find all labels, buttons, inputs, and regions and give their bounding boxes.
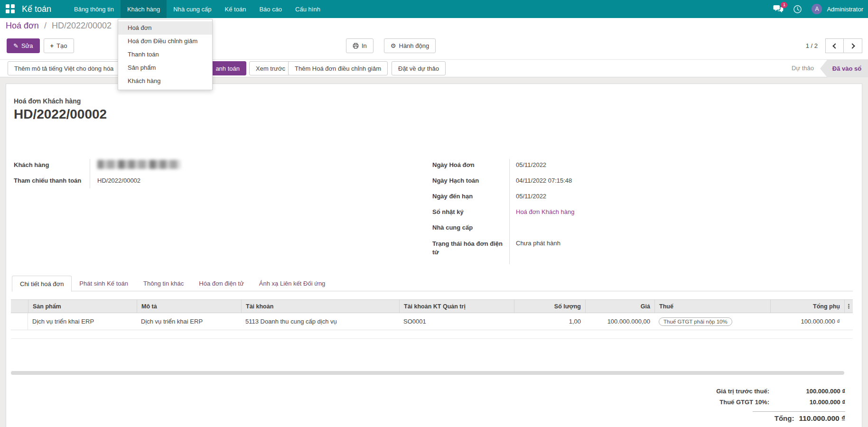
optional-columns-icon[interactable]: ⋮	[844, 300, 853, 313]
user-name[interactable]: Administrator	[827, 6, 863, 13]
nav-menu-vendors[interactable]: Nhà cung cấp	[167, 0, 218, 18]
notebook-tabs: Chi tiết hoá đơn Phát sinh Kế toán Thông…	[12, 276, 333, 291]
column-header-quantity[interactable]: Số lượng	[514, 300, 585, 313]
grand-total-label: Tổng:	[753, 414, 799, 422]
untaxed-amount-label: Giá trị trước thuế:	[684, 388, 774, 395]
column-header-product[interactable]: Sản phẩm	[28, 300, 137, 313]
preview-button[interactable]: Xem trước	[249, 61, 292, 75]
journal-value-link[interactable]: Hoá đơn Khách hàng	[516, 208, 574, 215]
pager-next-button[interactable]	[844, 38, 862, 53]
app-name[interactable]: Kế toán	[22, 4, 51, 14]
dropdown-item-credit-notes[interactable]: Hoá đơn Điều chỉnh giảm	[118, 35, 212, 48]
payment-reference-value[interactable]: HD/2022/00002	[97, 177, 140, 184]
odoo-accounting-window: Kế toán Bảng thông tin Khách hàng Nhà cu…	[0, 0, 868, 427]
column-header-price[interactable]: Giá	[585, 300, 654, 313]
messages-badge: 1	[781, 2, 787, 8]
cell-quantity: 1,00	[514, 318, 585, 325]
due-date-value[interactable]: 05/11/2022	[516, 193, 546, 200]
edit-button[interactable]: ✎ Sửa	[7, 38, 40, 53]
chevron-left-icon	[832, 43, 838, 48]
nav-menu-configuration[interactable]: Cấu hình	[289, 0, 327, 18]
untaxed-amount-value: 100.000.000 ₫	[774, 388, 845, 395]
invoice-form-sheet: Hoá đơn Khách hàng HD/2022/00002 Khách h…	[6, 84, 862, 427]
column-header-analytic-account[interactable]: Tài khoản KT Quản trị	[399, 300, 514, 313]
invoice-date-label: Ngày Hoá đơn	[432, 161, 506, 168]
nav-menu-accounting[interactable]: Kế toán	[218, 0, 253, 18]
action-button[interactable]: ⚙ Hành động	[384, 38, 436, 53]
table-row[interactable]: Dịch vụ triển khai ERP Dịch vụ triển kha…	[11, 313, 853, 330]
nav-menu-customers[interactable]: Khách hàng	[121, 0, 167, 18]
state-posted[interactable]: Đã vào sổ	[820, 60, 868, 77]
redacted-customer-name	[97, 160, 181, 169]
invoice-date-value[interactable]: 05/11/2022	[516, 161, 546, 168]
einvoice-status-value[interactable]: Chưa phát hành	[516, 240, 560, 247]
cell-analytic-account: SO0001	[399, 318, 514, 325]
dropdown-item-customers[interactable]: Khách hàng	[118, 74, 212, 88]
pager-counter: 1 / 2	[806, 42, 818, 49]
pager-previous-button[interactable]	[825, 38, 844, 53]
add-credit-note-button[interactable]: Thêm Hoá đơn điều chỉnh giảm	[288, 61, 388, 75]
apps-grid-icon[interactable]	[6, 4, 15, 14]
horizontal-scrollbar[interactable]	[11, 371, 844, 375]
cell-tax: Thuế GTGT phải nộp 10%	[654, 317, 770, 326]
plus-icon: +	[50, 43, 54, 49]
customer-field-label: Khách hàng	[14, 161, 87, 168]
cell-price: 100.000.000,00	[585, 318, 654, 325]
field-separator-line	[509, 159, 510, 264]
invoice-lines-table: Sản phẩm Mô tả Tài khoản Tài khoản KT Qu…	[11, 299, 853, 339]
breadcrumb-parent[interactable]: Hoá đơn	[6, 21, 39, 30]
journal-label: Sổ nhật ký	[432, 208, 506, 215]
einvoice-status-label: Trạng thái hóa đơn điện tử	[432, 240, 506, 257]
due-date-label: Ngày đến hạn	[432, 193, 506, 200]
print-button[interactable]: In	[346, 38, 373, 53]
activities-clock-icon[interactable]	[793, 5, 802, 14]
accounting-date-value[interactable]: 04/11/2022 07:15:48	[516, 177, 572, 184]
tab-journal-items[interactable]: Phát sinh Kế toán	[72, 276, 136, 291]
gear-icon: ⚙	[391, 43, 396, 49]
column-header-account[interactable]: Tài khoản	[241, 300, 399, 313]
handle-column-header	[11, 300, 28, 313]
create-button[interactable]: + Tạo	[44, 38, 74, 53]
tax-amount-value: 10.000.000 ₫	[774, 399, 845, 406]
tab-einvoice[interactable]: Hóa đơn điện tử	[191, 276, 252, 291]
pencil-icon: ✎	[13, 43, 19, 49]
tab-invoice-lines[interactable]: Chi tiết hoá đơn	[12, 276, 72, 292]
tab-other-info[interactable]: Thông tin khác	[136, 276, 191, 291]
top-navbar: Kế toán Bảng thông tin Khách hàng Nhà cu…	[0, 0, 868, 18]
payment-reference-label: Tham chiếu thanh toán	[14, 177, 87, 184]
cell-account: 5113 Doanh thu cung cấp dịch vụ	[241, 318, 399, 325]
grand-total-row: Tổng: 110.000.000 ₫	[753, 411, 845, 427]
cell-description: Dịch vụ triển khai ERP	[137, 318, 241, 325]
messages-icon[interactable]: 1	[773, 5, 784, 13]
customers-menu-dropdown: Hoá đơn Hoá đơn Điều chỉnh giảm Thanh to…	[118, 19, 213, 90]
breadcrumb-current: HD/2022/00002	[52, 21, 112, 30]
dropdown-item-invoices[interactable]: Hoá đơn	[118, 21, 212, 35]
printer-icon	[353, 43, 359, 49]
state-draft[interactable]: Dự thảo	[792, 65, 814, 72]
customer-field-value[interactable]	[97, 160, 181, 169]
dropdown-item-products[interactable]: Sản phẩm	[118, 61, 212, 74]
cell-product: Dịch vụ triển khai ERP	[28, 318, 137, 325]
invoice-type-label: Hoá đơn Khách hàng	[14, 97, 81, 105]
nav-menu-reporting[interactable]: Báo cáo	[252, 0, 289, 18]
column-header-tax[interactable]: Thuế	[654, 300, 770, 313]
breadcrumb: Hoá đơn / HD/2022/00002	[6, 21, 112, 31]
navbar-right: 1 A Administrator	[773, 4, 868, 14]
pager: 1 / 2	[806, 38, 862, 53]
invoice-number-title: HD/2022/00002	[14, 107, 107, 122]
vendor-label: Nhà cung cấp	[432, 224, 506, 231]
reset-to-draft-button[interactable]: Đặt về dự thảo	[392, 61, 446, 75]
add-vietnamese-description-button[interactable]: Thêm mô tả tiếng Việt cho dòng hóa	[8, 61, 126, 75]
tab-counterpart-mapping[interactable]: Ánh xạ Liên kết Đối ứng	[252, 276, 333, 291]
tax-tag: Thuế GTGT phải nộp 10%	[659, 317, 732, 326]
nav-menus: Bảng thông tin Khách hàng Nhà cung cấp K…	[67, 0, 327, 18]
user-avatar[interactable]: A	[812, 4, 822, 14]
row-handle[interactable]	[11, 313, 28, 330]
table-header-row: Sản phẩm Mô tả Tài khoản Tài khoản KT Qu…	[11, 299, 853, 313]
nav-menu-dashboard[interactable]: Bảng thông tin	[67, 0, 121, 18]
column-header-description[interactable]: Mô tả	[137, 300, 241, 313]
tax-amount-label: Thuế GTGT 10%:	[684, 399, 774, 406]
dropdown-item-payments[interactable]: Thanh toán	[118, 48, 212, 61]
column-header-subtotal[interactable]: Tổng phụ	[770, 300, 844, 313]
chevron-right-icon	[849, 43, 855, 48]
